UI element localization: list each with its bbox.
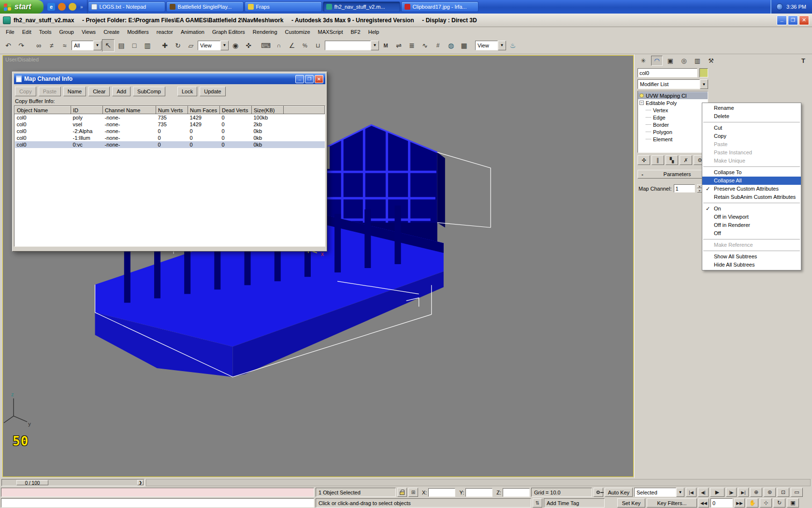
ie-icon[interactable]: e <box>47 3 55 11</box>
zoom-icon[interactable]: ⊕ <box>750 488 762 497</box>
select-and-rotate-icon[interactable] <box>172 39 184 52</box>
selection-filter-dropdown[interactable]: All ▼ <box>72 41 102 50</box>
show-end-result-icon[interactable] <box>652 155 664 165</box>
make-unique-icon[interactable] <box>666 155 678 165</box>
use-pivot-point-icon[interactable] <box>229 39 242 52</box>
mirror-icon[interactable] <box>379 39 392 52</box>
col-num-verts[interactable]: Num Verts <box>156 106 188 114</box>
context-menu-item-show-all-subtrees[interactable]: Show All Subtrees <box>702 253 801 261</box>
x-coordinate-field[interactable] <box>428 488 455 497</box>
unlink-selection-icon[interactable] <box>45 39 58 52</box>
start-button[interactable]: start <box>0 0 44 14</box>
previous-frame-button[interactable]: ◀| <box>698 488 709 497</box>
rectangular-selection-region-icon[interactable] <box>128 39 141 52</box>
context-menu-item-on[interactable]: On <box>702 205 801 213</box>
z-coordinate-field[interactable] <box>503 488 530 497</box>
time-slider-track[interactable]: 0 / 100 <box>1 479 145 486</box>
viewport-label[interactable]: User/Disabled <box>5 57 39 62</box>
modifier-list-dropdown[interactable]: Modifier List ▼ <box>638 79 708 89</box>
select-and-move-icon[interactable] <box>159 39 171 52</box>
maxscript-listener-macro-line[interactable] <box>1 488 314 497</box>
name-button[interactable]: Name <box>63 87 86 96</box>
snaps-toggle-icon[interactable] <box>273 39 285 52</box>
layer-manager-icon[interactable] <box>406 39 418 52</box>
select-and-manipulate-icon[interactable] <box>242 39 255 52</box>
play-button[interactable]: ▶ <box>710 488 725 497</box>
y-coordinate-field[interactable] <box>465 488 493 497</box>
tray-status-icon[interactable] <box>776 3 783 10</box>
dialog-titlebar[interactable]: Map Channel Info <box>14 74 325 84</box>
context-menu-item-rename[interactable]: Rename <box>702 104 801 112</box>
context-menu-item-copy[interactable]: Copy <box>702 132 801 140</box>
tab-create-icon[interactable] <box>638 56 649 66</box>
update-button[interactable]: Update <box>200 87 225 96</box>
tab-motion-icon[interactable] <box>678 56 690 66</box>
close-button[interactable] <box>799 15 809 25</box>
table-row[interactable]: col0-2:Alpha-none-0000kb <box>15 128 325 134</box>
stack-item-uvw-mapping[interactable]: UVW Mapping Cl <box>638 92 708 99</box>
render-view-dropdown[interactable]: View ▼ <box>475 41 506 50</box>
tab-modify-icon[interactable] <box>651 56 663 66</box>
go-to-start-button[interactable]: |◀ <box>686 488 696 497</box>
task-irfanview[interactable]: Clipboard17.jpg - Irfa... <box>401 1 478 12</box>
angle-snap-icon[interactable] <box>286 39 298 52</box>
paste-button[interactable]: Paste <box>39 87 61 96</box>
previous-key-button[interactable]: ◀◀ <box>698 498 709 508</box>
menu-views[interactable]: Views <box>78 28 100 36</box>
spinner-snap-icon[interactable] <box>312 39 324 52</box>
context-menu-item-hide-all-subtrees[interactable]: Hide All Subtrees <box>702 261 801 269</box>
col-size-kb[interactable]: Size(KB) <box>252 106 284 114</box>
arc-rotate-icon[interactable]: ↻ <box>773 498 785 508</box>
task-3dsmax[interactable]: fh2_nav_stuff_v2.m... <box>323 1 400 12</box>
context-menu-item-retain-subanim-custom-attributes[interactable]: Retain SubAnim Custom Attributes <box>702 193 801 201</box>
go-to-end-button[interactable]: ▶| <box>738 488 749 497</box>
task-battlefield[interactable]: Battlefield SinglePlay... <box>166 1 244 12</box>
select-object-icon[interactable] <box>102 39 115 52</box>
col-id[interactable]: ID <box>71 106 103 114</box>
tab-utilities-icon[interactable] <box>705 56 717 66</box>
stack-subobject-element[interactable]: Element <box>638 135 708 143</box>
stack-subobject-vertex[interactable]: Vertex <box>638 106 708 114</box>
menu-group[interactable]: Group <box>55 28 78 36</box>
redo-icon[interactable] <box>15 39 28 52</box>
map-channel-field[interactable] <box>674 184 695 193</box>
undo-icon[interactable] <box>2 39 14 52</box>
time-slider-thumb[interactable]: 0 / 100 <box>16 480 48 485</box>
context-menu-item-off-in-renderer[interactable]: Off in Renderer <box>702 221 801 229</box>
menu-bf2[interactable]: BF2 <box>347 28 364 36</box>
absolute-offset-toggle[interactable]: ⊞ <box>408 488 418 497</box>
tab-display-icon[interactable] <box>692 56 703 66</box>
chevron-more-icon[interactable]: » <box>80 4 83 10</box>
quick-render-icon[interactable] <box>507 39 519 52</box>
modifier-enabled-bulb-icon[interactable] <box>639 93 644 98</box>
stack-item-editable-poly[interactable]: Editable Poly <box>638 99 708 106</box>
minimize-button[interactable] <box>777 15 787 25</box>
collapse-tree-icon[interactable] <box>639 101 644 105</box>
window-titlebar[interactable]: fh2_nav_stuff_v2.max - Project Folder: E… <box>0 14 812 27</box>
maxscript-listener-input-line[interactable] <box>1 498 314 508</box>
menu-help[interactable]: Help <box>364 28 383 36</box>
menu-file[interactable]: File <box>2 28 18 36</box>
material-editor-icon[interactable] <box>445 39 457 52</box>
browser-icon[interactable] <box>58 3 66 11</box>
next-frame-button[interactable]: |▶ <box>726 488 737 497</box>
context-menu-item-off[interactable]: Off <box>702 229 801 238</box>
lock-button[interactable]: Lock <box>177 87 197 96</box>
add-button[interactable]: Add <box>112 87 130 96</box>
menu-tools[interactable]: Tools <box>35 28 56 36</box>
select-by-name-icon[interactable] <box>115 39 128 52</box>
maximize-viewport-toggle-icon[interactable]: ▣ <box>787 498 799 508</box>
menu-animation[interactable]: Animation <box>177 28 208 36</box>
menu-reactor[interactable]: reactor <box>153 28 177 36</box>
subcomp-button[interactable]: SubComp <box>133 87 165 96</box>
dialog-close-button[interactable] <box>315 75 323 83</box>
table-row[interactable]: col0vsel-none-735142902kb <box>15 121 325 128</box>
select-and-link-icon[interactable] <box>32 39 45 52</box>
zoom-all-icon[interactable]: ⊛ <box>764 488 776 497</box>
pin-stack-icon[interactable] <box>638 155 650 165</box>
curve-editor-icon[interactable] <box>419 39 431 52</box>
context-menu-item-preserve-custom-attributes[interactable]: Preserve Custom Attributes <box>702 185 801 193</box>
reference-coordinate-dropdown[interactable]: View ▼ <box>198 41 229 50</box>
col-channel-name[interactable]: Channel Name <box>103 106 156 114</box>
rollout-collapse-icon[interactable] <box>640 171 645 177</box>
